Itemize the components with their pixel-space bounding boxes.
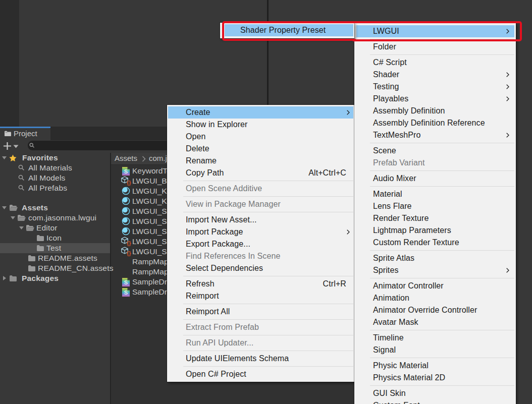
svg-text:{}: {} [127,180,131,186]
svg-text:S: S [124,290,128,296]
svg-text:S: S [124,279,128,285]
svg-text:{}: {} [127,250,131,256]
svg-text:S: S [124,168,128,175]
svg-text:{}: {} [127,240,131,246]
